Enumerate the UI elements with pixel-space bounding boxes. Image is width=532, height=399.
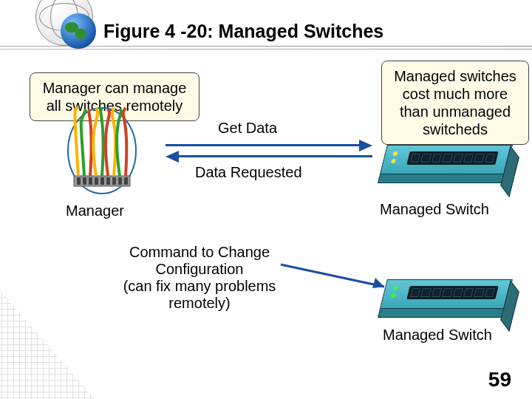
svg-rect-8 — [112, 177, 116, 185]
arrow-data-requested — [166, 151, 372, 163]
svg-rect-2 — [77, 177, 81, 185]
label-get-data: Get Data — [218, 120, 277, 137]
label-manager: Manager — [66, 202, 124, 219]
arrow-get-data — [166, 140, 372, 151]
svg-line-11 — [281, 265, 384, 287]
label-data-requested: Data Requested — [195, 164, 302, 181]
svg-rect-6 — [100, 177, 104, 185]
globe-icon — [35, 0, 93, 46]
page-number: 59 — [488, 368, 511, 392]
callout-cost: Managed switches cost much more than unm… — [381, 61, 529, 145]
corner-grid-decoration — [0, 285, 99, 399]
svg-rect-5 — [95, 177, 98, 185]
svg-rect-10 — [124, 177, 128, 185]
svg-rect-4 — [89, 177, 92, 185]
fiber-plant-icon — [65, 105, 139, 197]
label-command: Command to Change Configuration (can fix… — [111, 244, 288, 312]
svg-rect-7 — [106, 177, 110, 185]
label-managed-switch-2: Managed Switch — [383, 327, 492, 344]
svg-rect-3 — [83, 177, 86, 185]
svg-rect-9 — [118, 177, 122, 185]
label-managed-switch-1: Managed Switch — [380, 201, 489, 218]
figure-title: Figure 4 -20: Managed Switches — [103, 21, 383, 42]
svg-marker-12 — [372, 278, 384, 288]
